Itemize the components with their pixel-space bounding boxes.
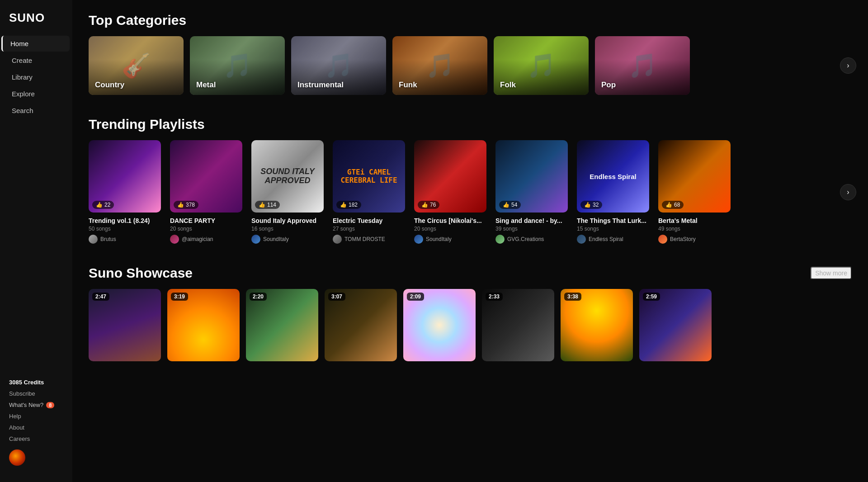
playlist-songs-pl4: 27 songs — [333, 226, 405, 232]
categories-title: Top Categories — [89, 13, 186, 28]
playlist-like-count-pl1: 22 — [104, 202, 110, 208]
playlist-author-pl6: GVG.Creations — [495, 235, 568, 244]
playlist-card-pl2[interactable]: 👍 378 DANCE PARTY 20 songs @aimagician — [170, 140, 242, 244]
category-label-metal: Metal — [196, 80, 216, 90]
user-avatar[interactable] — [9, 449, 25, 466]
playlist-songs-pl6: 39 songs — [495, 226, 568, 232]
playlist-songs-pl8: 49 songs — [658, 226, 731, 232]
subscribe-button[interactable]: Subscribe — [9, 390, 63, 397]
sidebar-item-explore[interactable]: Explore — [3, 86, 70, 102]
playlist-author-pl5: SoundItaly — [414, 235, 486, 244]
main-content: Top Categories 🎸 Country 🎵 Metal 🎵 Instr… — [72, 0, 868, 482]
author-name-pl7: Endless Spiral — [589, 236, 623, 242]
showcase-card-sc6[interactable]: 2:33 — [482, 289, 554, 361]
showcase-row: 2:47 3:19 2:20 3:07 2:09 2:33 3:38 2:59 — [89, 289, 852, 361]
showcase-card-sc8[interactable]: 2:59 — [639, 289, 712, 361]
author-avatar-pl4 — [333, 235, 342, 244]
category-label-pop: Pop — [601, 80, 616, 90]
categories-scroll-right[interactable]: › — [840, 57, 856, 74]
playlist-card-pl6[interactable]: 👍 54 Sing and dance! - by... 39 songs GV… — [495, 140, 568, 244]
trending-playlists-section: Trending Playlists 👍 22 Trending vol.1 (… — [89, 117, 852, 244]
category-label-funk: Funk — [399, 80, 417, 90]
categories-header: Top Categories — [89, 13, 852, 28]
sidebar-item-search[interactable]: Search — [3, 103, 70, 118]
whats-new-badge: 8 — [46, 402, 54, 408]
playlist-card-pl5[interactable]: 👍 76 The Circus [Nikolai's... 20 songs S… — [414, 140, 486, 244]
showcase-card-sc4[interactable]: 3:07 — [325, 289, 397, 361]
sidebar-item-home[interactable]: Home — [1, 36, 70, 52]
help-link[interactable]: Help — [9, 413, 63, 420]
playlist-songs-pl3: 16 songs — [251, 226, 324, 232]
sidebar-item-create[interactable]: Create — [3, 52, 70, 68]
category-card-metal[interactable]: 🎵 Metal — [190, 36, 285, 95]
playlist-thumb-pl3: SOUND ITALY APPROVED 👍 114 — [251, 140, 324, 213]
careers-link[interactable]: Careers — [9, 435, 63, 442]
author-name-pl6: GVG.Creations — [507, 236, 544, 242]
category-card-funk[interactable]: 🎵 Funk — [392, 36, 487, 95]
showcase-card-sc7[interactable]: 3:38 — [561, 289, 633, 361]
playlist-songs-pl5: 20 songs — [414, 226, 486, 232]
showcase-card-sc3[interactable]: 2:20 — [246, 289, 318, 361]
sidebar-nav: Home Create Library Explore Search — [0, 36, 72, 379]
category-card-folk[interactable]: 🎵 Folk — [494, 36, 589, 95]
playlists-scroll-right[interactable]: › — [840, 184, 856, 200]
about-link[interactable]: About — [9, 424, 63, 431]
author-avatar-pl8 — [658, 235, 667, 244]
playlist-thumb-pl8: 👍 68 — [658, 140, 731, 213]
category-label-folk: Folk — [500, 80, 516, 90]
playlist-thumb-pl6: 👍 54 — [495, 140, 568, 213]
showcase-card-sc1[interactable]: 2:47 — [89, 289, 161, 361]
showcase-duration-sc5: 2:09 — [407, 293, 424, 301]
author-avatar-pl7 — [577, 235, 586, 244]
playlist-likes-pl2: 👍 378 — [174, 201, 198, 209]
show-more-button[interactable]: Show more — [811, 267, 852, 279]
playlists-header: Trending Playlists — [89, 117, 852, 132]
showcase-card-sc5[interactable]: 2:09 — [403, 289, 476, 361]
author-name-pl4: TOMM DROSTE — [344, 236, 385, 242]
author-avatar-pl5 — [414, 235, 423, 244]
playlist-title-pl7: The Things That Lurk... — [577, 217, 649, 224]
playlist-title-pl3: Sound Italy Approved — [251, 217, 324, 224]
thumbs-up-icon-pl1: 👍 — [96, 202, 103, 208]
sidebar: SUNO Home Create Library Explore Search … — [0, 0, 72, 482]
showcase-duration-sc6: 2:33 — [486, 293, 503, 301]
category-card-country[interactable]: 🎸 Country — [89, 36, 184, 95]
showcase-card-sc2[interactable]: 3:19 — [167, 289, 240, 361]
showcase-wrapper: 2:47 3:19 2:20 3:07 2:09 2:33 3:38 2:59 — [89, 289, 852, 361]
playlists-title: Trending Playlists — [89, 117, 205, 132]
category-card-instrumental[interactable]: 🎵 Instrumental — [291, 36, 386, 95]
playlist-likes-pl8: 👍 68 — [662, 201, 684, 209]
playlist-like-count-pl4: 182 — [349, 202, 358, 208]
playlist-likes-pl7: 👍 32 — [580, 201, 602, 209]
playlists-wrapper: 👍 22 Trending vol.1 (8.24) 50 songs Brut… — [89, 140, 852, 244]
app-logo[interactable]: SUNO — [0, 9, 72, 36]
playlist-title-pl5: The Circus [Nikolai's... — [414, 217, 486, 224]
playlist-card-pl1[interactable]: 👍 22 Trending vol.1 (8.24) 50 songs Brut… — [89, 140, 161, 244]
playlist-thumb-pl5: 👍 76 — [414, 140, 486, 213]
playlist-author-pl4: TOMM DROSTE — [333, 235, 405, 244]
playlist-card-pl8[interactable]: 👍 68 Berta's Metal 49 songs BertaStory — [658, 140, 731, 244]
sidebar-item-library[interactable]: Library — [3, 69, 70, 85]
playlist-like-count-pl5: 76 — [430, 202, 436, 208]
author-avatar-pl6 — [495, 235, 505, 244]
thumbs-up-icon-pl7: 👍 — [584, 202, 591, 208]
showcase-header: Suno Showcase Show more — [89, 265, 852, 281]
playlist-title-pl8: Berta's Metal — [658, 217, 731, 224]
category-card-pop[interactable]: 🎵 Pop — [595, 36, 690, 95]
playlist-card-pl4[interactable]: GTEi CAMEL CEREBRAL LIFE 👍 182 Electric … — [333, 140, 405, 244]
author-name-pl3: SoundItaly — [263, 236, 289, 242]
playlist-card-pl7[interactable]: Endless Spiral 👍 32 The Things That Lurk… — [577, 140, 649, 244]
playlist-songs-pl2: 20 songs — [170, 226, 242, 232]
thumbs-up-icon-pl6: 👍 — [503, 202, 509, 208]
category-label-instrumental: Instrumental — [297, 80, 344, 90]
playlist-card-pl3[interactable]: SOUND ITALY APPROVED 👍 114 Sound Italy A… — [251, 140, 324, 244]
playlist-author-pl2: @aimagician — [170, 235, 242, 244]
thumbs-up-icon-pl3: 👍 — [259, 202, 265, 208]
categories-wrapper: 🎸 Country 🎵 Metal 🎵 Instrumental 🎵 Funk … — [89, 36, 852, 95]
showcase-duration-sc7: 3:38 — [564, 293, 581, 301]
sidebar-bottom: 3085 Credits Subscribe What's New? 8 Hel… — [0, 379, 72, 473]
showcase-duration-sc2: 3:19 — [171, 293, 188, 301]
credits-display: 3085 Credits — [9, 379, 63, 386]
whats-new-button[interactable]: What's New? 8 — [9, 402, 63, 408]
playlist-like-count-pl2: 378 — [186, 202, 195, 208]
